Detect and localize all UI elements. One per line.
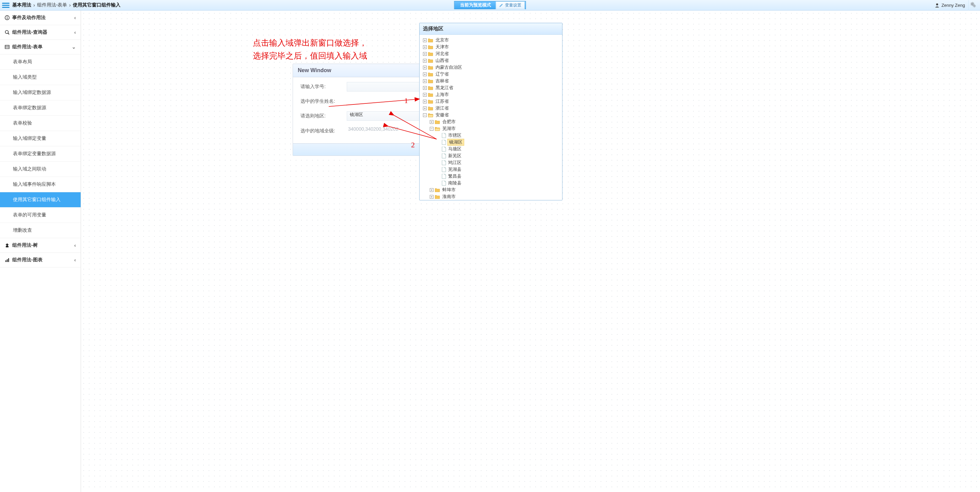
tree-node-label[interactable]: 山西省	[435, 57, 450, 64]
tree-node-label[interactable]: 合肥市	[442, 119, 456, 125]
expand-icon[interactable]: +	[430, 120, 434, 124]
tree-node[interactable]: 鸠江区	[420, 159, 562, 166]
expand-icon[interactable]: +	[423, 79, 427, 83]
region-tree-panel: 选择地区 +北京市+天津市+河北省+山西省+内蒙古自治区+辽宁省+吉林省+黑龙江…	[419, 23, 563, 201]
tree-node[interactable]: 芜湖县	[420, 166, 562, 173]
expand-icon[interactable]: +	[423, 93, 427, 97]
collapse-icon[interactable]: −	[423, 113, 427, 117]
tree-node[interactable]: +合肥市	[420, 118, 562, 125]
tree-node-label[interactable]: 芜湖县	[447, 166, 462, 172]
tree-node-label[interactable]: 辽宁省	[435, 71, 450, 77]
expand-icon[interactable]: +	[423, 45, 427, 49]
tree-node-label[interactable]: 市辖区	[447, 132, 462, 139]
expand-icon[interactable]: +	[430, 195, 434, 199]
expand-icon[interactable]: +	[423, 38, 427, 42]
tree-node[interactable]: +辽宁省	[420, 71, 562, 78]
tree-node[interactable]: +蚌埠市	[420, 186, 562, 193]
folder-open-icon	[428, 113, 434, 117]
expand-icon[interactable]: +	[423, 86, 427, 90]
tree-node[interactable]: +河北省	[420, 50, 562, 57]
tree-node-label[interactable]: 上海市	[435, 92, 450, 98]
sidebar-item[interactable]: 使用其它窗口组件输入	[0, 192, 81, 207]
tree-node[interactable]: +天津市	[420, 43, 562, 50]
svg-rect-21	[8, 258, 9, 262]
folder-icon	[428, 52, 434, 56]
sidebar-category[interactable]: 事件及动作用法‹	[0, 11, 81, 25]
tree-node-label[interactable]: 黑龙江省	[435, 85, 454, 91]
form-input[interactable]: 镜湖区	[347, 111, 425, 121]
region-tree-body[interactable]: +北京市+天津市+河北省+山西省+内蒙古自治区+辽宁省+吉林省+黑龙江省+上海市…	[420, 35, 562, 200]
tree-node-label[interactable]: 江苏省	[435, 98, 450, 105]
tree-node[interactable]: +淮南市	[420, 193, 562, 200]
var-settings-button[interactable]: 变量设置	[496, 2, 525, 9]
tree-node-label[interactable]: 马塘区	[447, 146, 462, 152]
sidebar-item[interactable]: 表单布局	[0, 54, 81, 70]
tree-node[interactable]: 市辖区	[420, 132, 562, 139]
tree-node[interactable]: +内蒙古自治区	[420, 64, 562, 71]
pencil-icon	[500, 3, 504, 7]
expand-icon[interactable]: +	[423, 100, 427, 103]
tree-node-label[interactable]: 吉林省	[435, 78, 450, 84]
sidebar-item[interactable]: 表单的可用变量	[0, 207, 81, 223]
tree-node-label[interactable]: 镜湖区	[447, 139, 464, 146]
file-icon	[442, 174, 446, 179]
user-badge[interactable]: Zenny Zeng	[935, 3, 965, 8]
expand-icon[interactable]: +	[430, 188, 434, 192]
tree-node[interactable]: +吉林省	[420, 78, 562, 84]
sidebar-item[interactable]: 输入域绑定变量	[0, 131, 81, 146]
tree-node-label[interactable]: 蚌埠市	[442, 187, 456, 193]
sidebar-item[interactable]: 输入域绑定数据源	[0, 85, 81, 100]
sidebar-item[interactable]: 输入域类型	[0, 70, 81, 85]
tree-node-label[interactable]: 南陵县	[447, 180, 462, 186]
tree-node[interactable]: +浙江省	[420, 105, 562, 111]
tree-node-label[interactable]: 淮南市	[442, 194, 456, 200]
settings-button[interactable]	[969, 0, 978, 11]
tree-node[interactable]: 南陵县	[420, 180, 562, 186]
sidebar-item[interactable]: 表单绑定数据源	[0, 100, 81, 116]
tree-node-label[interactable]: 北京市	[435, 37, 450, 43]
tree-node[interactable]: −安徽省	[420, 111, 562, 118]
tree-node[interactable]: +黑龙江省	[420, 84, 562, 91]
tree-node[interactable]: 马塘区	[420, 146, 562, 153]
menu-toggle-button[interactable]	[2, 2, 10, 9]
tree-node[interactable]: 新芜区	[420, 153, 562, 159]
sidebar-item[interactable]: 输入域之间联动	[0, 162, 81, 177]
tree-node[interactable]: 繁昌县	[420, 173, 562, 180]
tree-node[interactable]: +山西省	[420, 57, 562, 64]
tree-node-label[interactable]: 芜湖市	[442, 126, 456, 132]
tree-node-label[interactable]: 新芜区	[447, 153, 462, 159]
form-input[interactable]	[347, 82, 425, 92]
tree-node[interactable]: +江苏省	[420, 98, 562, 105]
collapse-icon[interactable]: −	[430, 127, 434, 131]
tree-node-label[interactable]: 安徽省	[435, 112, 450, 118]
expand-icon[interactable]: +	[423, 52, 427, 56]
tree-node[interactable]: +北京市	[420, 37, 562, 43]
sidebar-category[interactable]: 组件用法-树‹	[0, 238, 81, 253]
tree-node-label[interactable]: 浙江省	[435, 105, 450, 111]
sidebar-category[interactable]: 组件用法-图表‹	[0, 253, 81, 267]
breadcrumb-item-1[interactable]: 组件用法-表单	[37, 2, 67, 8]
expand-icon[interactable]: +	[423, 107, 427, 110]
sidebar-item[interactable]: 表单校验	[0, 116, 81, 131]
sidebar-item[interactable]: 表单绑定变量数据源	[0, 146, 81, 162]
sidebar-category[interactable]: 组件用法-表单⌄	[0, 40, 81, 54]
breadcrumb-root[interactable]: 基本用法	[12, 2, 31, 8]
expand-icon[interactable]: +	[423, 59, 427, 63]
tree-node[interactable]: +上海市	[420, 91, 562, 98]
tree-node[interactable]: −芜湖市	[420, 125, 562, 132]
tree-node-label[interactable]: 天津市	[435, 44, 450, 50]
instruction-text: 点击输入域弹出新窗口做选择， 选择完毕之后，值回填入输入域	[253, 37, 367, 62]
expand-icon[interactable]: +	[423, 72, 427, 76]
sidebar-item[interactable]: 输入域事件响应脚本	[0, 177, 81, 192]
expand-icon[interactable]: +	[423, 66, 427, 69]
sidebar-item[interactable]: 增删改查	[0, 223, 81, 238]
form-row: 选中的地域全级:340000,340200,340202	[301, 126, 425, 136]
file-icon	[442, 167, 446, 172]
tree-node[interactable]: 镜湖区	[420, 139, 562, 146]
tree-node-label[interactable]: 内蒙古自治区	[435, 64, 463, 70]
tree-node-label[interactable]: 繁昌县	[447, 173, 462, 179]
tree-node-label[interactable]: 河北省	[435, 51, 450, 57]
sidebar-category[interactable]: 组件用法-查询器‹	[0, 25, 81, 40]
tree-node-label[interactable]: 鸠江区	[447, 159, 462, 166]
svg-point-13	[7, 16, 8, 17]
